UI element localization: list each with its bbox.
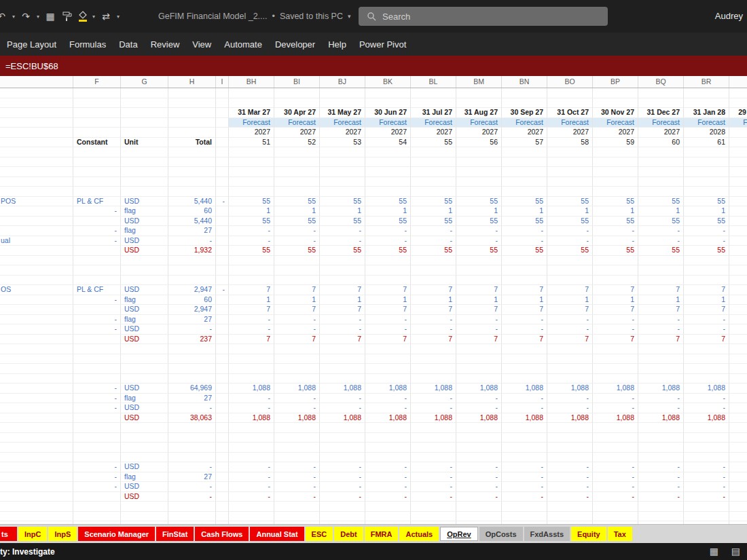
sheet-tab-debt[interactable]: Debt [334,527,363,541]
cell[interactable] [320,364,365,374]
cell[interactable] [73,98,121,109]
cell[interactable] [502,147,547,157]
cell[interactable] [216,147,229,157]
column-header-BR[interactable]: BR [684,76,729,88]
cell[interactable]: 7 [320,285,365,295]
cell[interactable] [456,453,502,463]
sheet-tab-opcosts[interactable]: OpCosts [479,527,523,541]
cell[interactable]: USD [121,462,168,472]
cell[interactable]: - [73,482,121,492]
cell[interactable] [684,256,729,266]
sheet-tab-actuals[interactable]: Actuals [399,527,439,541]
cell[interactable]: 1,088 [411,413,456,424]
cell[interactable] [0,512,73,522]
cell[interactable] [0,462,73,472]
cell[interactable] [0,324,73,335]
cell[interactable]: 55 [411,217,456,227]
cell[interactable] [547,147,593,157]
cell[interactable]: 1 [638,206,684,217]
cell[interactable]: - [365,472,411,483]
cell[interactable] [638,88,684,98]
cell[interactable] [216,384,229,394]
cell[interactable] [168,187,216,197]
cell[interactable] [729,128,747,138]
cell[interactable]: 55 [502,217,547,227]
cell[interactable]: - [456,482,502,492]
cell[interactable]: - [365,226,411,236]
cell[interactable] [168,98,216,109]
cell[interactable] [73,413,121,424]
cell[interactable] [547,453,593,463]
cell[interactable]: 7 [638,305,684,315]
cell[interactable]: 2,947 [168,305,216,315]
cell[interactable] [456,187,502,197]
sheet-tab-fxdassts[interactable]: FxdAssts [524,527,570,541]
cell[interactable]: 55 [320,246,365,256]
cell[interactable] [0,364,73,374]
cell[interactable] [593,374,638,384]
cell[interactable]: 7 [502,285,547,295]
cell[interactable]: 2027 [274,128,320,138]
cell[interactable] [274,433,320,443]
cell[interactable] [502,443,547,453]
cell[interactable] [274,364,320,374]
cell[interactable] [168,128,216,138]
cell[interactable] [456,167,502,177]
cell[interactable]: 55 [547,246,593,256]
cell[interactable] [274,167,320,177]
cell[interactable]: 55 [547,197,593,207]
cell[interactable]: 1 [411,295,456,305]
cell[interactable] [638,433,684,443]
column-header-BO[interactable]: BO [547,76,593,88]
cell[interactable] [216,374,229,384]
cell[interactable] [274,512,320,522]
cell[interactable] [229,265,274,276]
cell[interactable]: - [411,324,456,335]
cell[interactable] [638,276,684,286]
cell[interactable] [729,276,747,286]
cell[interactable] [502,256,547,266]
cell[interactable] [547,374,593,384]
cell[interactable] [0,98,73,109]
cell[interactable] [0,394,73,404]
cell[interactable] [411,443,456,453]
cell[interactable] [0,108,73,118]
cell[interactable] [502,177,547,187]
cell[interactable]: - [684,226,729,236]
cell[interactable] [729,285,747,295]
cell[interactable]: 31 May 27 [320,108,365,118]
cell[interactable] [684,443,729,453]
cell[interactable] [216,394,229,404]
cell[interactable]: 1,088 [502,413,547,424]
cell[interactable] [638,167,684,177]
cell[interactable] [502,512,547,522]
cell[interactable]: 1 [365,295,411,305]
cell[interactable] [547,443,593,453]
cell[interactable]: - [229,462,274,472]
cell[interactable]: Forecast [547,118,593,128]
cell[interactable]: - [456,472,502,483]
cell[interactable] [168,265,216,276]
cell[interactable] [320,256,365,266]
cell[interactable] [638,364,684,374]
cell[interactable] [216,276,229,286]
cell[interactable]: - [547,315,593,325]
cell[interactable] [0,226,73,236]
cell[interactable] [73,177,121,187]
cell[interactable]: 7 [229,305,274,315]
cell[interactable] [456,265,502,276]
cell[interactable]: 1 [456,295,502,305]
cell[interactable]: 31 Mar 27 [229,108,274,118]
cell[interactable] [73,512,121,522]
cell[interactable] [456,374,502,384]
cell[interactable] [593,157,638,168]
cell[interactable]: 1,088 [365,413,411,424]
cell[interactable] [121,118,168,128]
cell[interactable] [729,502,747,512]
cell[interactable]: - [547,462,593,472]
cell[interactable] [274,502,320,512]
cell[interactable] [729,157,747,168]
cell[interactable] [0,433,73,443]
cell[interactable] [638,344,684,354]
cell[interactable] [365,276,411,286]
